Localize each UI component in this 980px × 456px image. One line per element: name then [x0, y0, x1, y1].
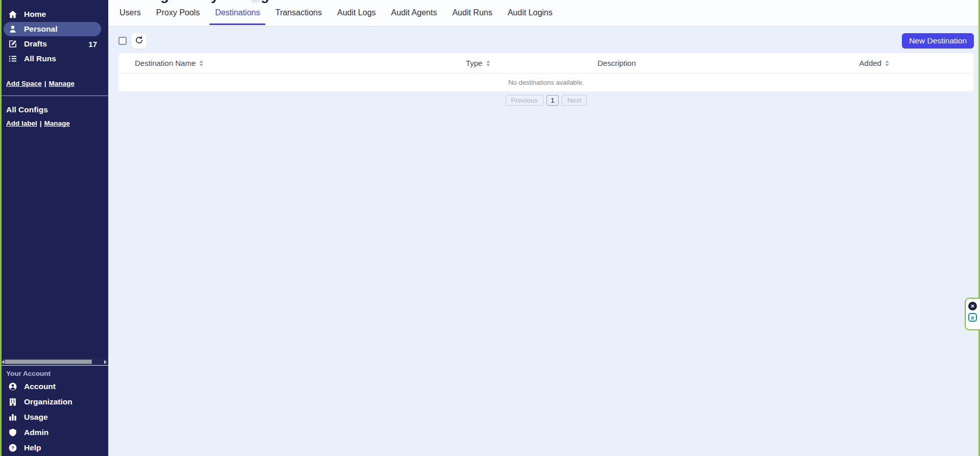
sidebar-nav: Home Personal Drafts 17 All Runs	[0, 7, 108, 66]
sidebar-item-label: All Runs	[24, 54, 56, 63]
tab-audit-agents[interactable]: Audit Agents	[391, 0, 437, 26]
column-header-added[interactable]: Added	[859, 59, 974, 67]
sidebar-item-account[interactable]: Account	[4, 379, 101, 394]
sidebar-item-label: Personal	[24, 25, 57, 34]
account-nav: Account Organization Usage Admin	[0, 379, 108, 455]
home-icon	[8, 9, 18, 19]
usage-chart-icon	[8, 412, 18, 422]
tabs: Users Proxy Pools Destinations Transacti…	[119, 0, 553, 26]
scrollbar-thumb[interactable]	[5, 359, 92, 364]
shield-icon	[8, 427, 18, 438]
column-header-type[interactable]: Type	[466, 59, 597, 67]
current-page-button[interactable]: 1	[546, 95, 559, 106]
organization-icon	[8, 397, 18, 407]
tab-audit-logins[interactable]: Audit Logins	[508, 0, 553, 26]
tab-audit-logs[interactable]: Audit Logs	[337, 0, 376, 26]
link-separator: |	[44, 80, 46, 87]
new-destination-button[interactable]: New Destination	[902, 33, 974, 49]
next-page-button[interactable]: Next	[562, 95, 587, 106]
refresh-button[interactable]	[131, 33, 147, 49]
refresh-icon	[135, 36, 144, 46]
edit-icon	[8, 39, 18, 49]
empty-state-message: No destinations available.	[118, 74, 974, 91]
destinations-table: Destination Name Type Description Added …	[118, 53, 974, 91]
svg-text:?: ?	[11, 445, 14, 450]
manage-spaces-link[interactable]: Manage	[49, 80, 75, 87]
list-icon	[8, 54, 18, 64]
sidebar-item-label: Help	[24, 443, 41, 452]
pagination: Previous 1 Next	[118, 95, 974, 106]
main-content: Manage Proxy Settings Users Proxy Pools …	[108, 0, 980, 456]
account-section: Your Account Account Organization Usage	[0, 366, 108, 455]
your-account-label: Your Account	[6, 370, 108, 377]
sidebar-item-label: Drafts	[24, 39, 47, 49]
link-separator: |	[40, 119, 42, 127]
security-overlay-widget: ✕ e	[965, 298, 980, 330]
sidebar-item-label: Account	[24, 382, 56, 391]
drafts-count-badge: 17	[88, 40, 101, 49]
tab-transactions[interactable]: Transactions	[275, 0, 322, 26]
help-icon: ?	[8, 443, 18, 453]
person-icon	[8, 24, 18, 34]
sidebar-horizontal-scrollbar[interactable]	[0, 358, 108, 366]
sidebar-item-all-runs[interactable]: All Runs	[4, 52, 101, 66]
column-header-destination-name[interactable]: Destination Name	[118, 59, 466, 67]
sort-icon	[486, 60, 490, 66]
tab-proxy-pools[interactable]: Proxy Pools	[156, 0, 200, 26]
account-icon	[8, 381, 18, 392]
sidebar-divider	[0, 95, 108, 96]
eset-logo-icon[interactable]: e	[968, 313, 977, 322]
sidebar: Home Personal Drafts 17 All Runs Add Spa…	[0, 0, 108, 456]
tab-bar: Manage Proxy Settings Users Proxy Pools …	[108, 0, 980, 27]
sidebar-item-label: Home	[24, 10, 46, 19]
manage-configs-link[interactable]: Manage	[44, 119, 70, 127]
sidebar-item-usage[interactable]: Usage	[4, 410, 101, 424]
all-configs-heading: All Configs	[6, 105, 108, 114]
close-icon[interactable]: ✕	[968, 302, 977, 310]
sidebar-item-label: Usage	[24, 413, 48, 422]
tab-users[interactable]: Users	[119, 0, 141, 26]
select-all-checkbox[interactable]	[118, 37, 127, 45]
tab-audit-runs[interactable]: Audit Runs	[452, 0, 492, 26]
sidebar-item-organization[interactable]: Organization	[4, 394, 101, 409]
sidebar-item-admin[interactable]: Admin	[4, 425, 101, 440]
sidebar-item-drafts[interactable]: Drafts 17	[4, 37, 101, 51]
table-header-row: Destination Name Type Description Added	[118, 53, 974, 74]
tab-destinations[interactable]: Destinations	[215, 0, 260, 26]
scroll-left-arrow-icon[interactable]	[2, 360, 4, 364]
space-actions: Add Space|Manage	[6, 80, 108, 87]
toolbar: New Destination	[108, 27, 980, 53]
add-label-link[interactable]: Add label	[6, 119, 37, 127]
sort-icon	[199, 60, 203, 66]
sidebar-item-label: Organization	[24, 397, 73, 406]
sidebar-item-home[interactable]: Home	[4, 7, 101, 21]
sidebar-item-label: Admin	[24, 428, 49, 437]
previous-page-button[interactable]: Previous	[506, 95, 544, 106]
sidebar-item-help[interactable]: ? Help	[4, 440, 101, 455]
left-edge-strip	[0, 0, 2, 456]
config-actions: Add label|Manage	[6, 119, 108, 127]
column-header-description: Description	[597, 59, 859, 67]
add-space-link[interactable]: Add Space	[6, 80, 42, 87]
sort-icon	[885, 60, 889, 66]
scroll-right-arrow-icon[interactable]	[104, 360, 107, 364]
sidebar-item-personal[interactable]: Personal	[4, 22, 101, 36]
